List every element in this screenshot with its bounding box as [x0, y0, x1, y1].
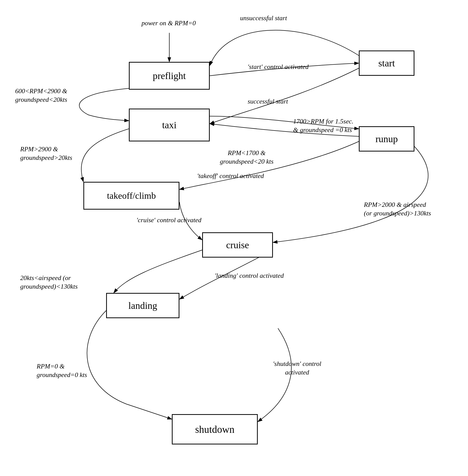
label-rpm-0-gs0: RPM=0 & groundspeed=0 kts — [37, 354, 87, 379]
label-start-control: 'start' control activated — [248, 63, 309, 71]
state-start: start — [359, 51, 414, 76]
label-landing-control: 'landing' control activated — [215, 271, 284, 280]
label-rpm-2900: RPM>2900 & groundspeed>20kts — [20, 136, 72, 162]
label-rpm-600-2900: 600<RPM<2900 & groundspeed<20kts — [15, 78, 67, 104]
state-takeoff: takeoff/climb — [83, 182, 179, 210]
state-runup: runup — [359, 126, 414, 152]
label-unsuccessful-start: unsuccessful start — [240, 14, 287, 22]
label-successful-start: successful start — [248, 97, 288, 106]
state-cruise: cruise — [202, 232, 273, 258]
label-shutdown-control: 'shutdown' control activated — [273, 351, 321, 377]
state-taxi: taxi — [129, 109, 210, 141]
label-rpm-2000: RPM>2000 & airspeed (or groundspeed)>130… — [364, 192, 431, 217]
state-landing: landing — [106, 293, 179, 318]
label-rpm-1700-gs0: 1700>RPM for 1.5sec. & groundspeed =0 kt… — [293, 109, 354, 134]
label-takeoff-control: 'takeoff' control activated — [197, 172, 264, 180]
label-cruise-control: 'cruise' control activated — [136, 216, 201, 224]
label-power-on: power on & RPM=0 — [142, 19, 196, 28]
state-shutdown: shutdown — [172, 414, 258, 444]
diagram: preflight start taxi runup takeoff/climb… — [0, 0, 468, 476]
label-airspeed-20-130: 20kts<airspeed (or groundspeed)<130kts — [20, 265, 78, 291]
label-rpm-1700: RPM<1700 & groundspeed<20 kts — [220, 140, 273, 166]
state-preflight: preflight — [129, 62, 210, 90]
